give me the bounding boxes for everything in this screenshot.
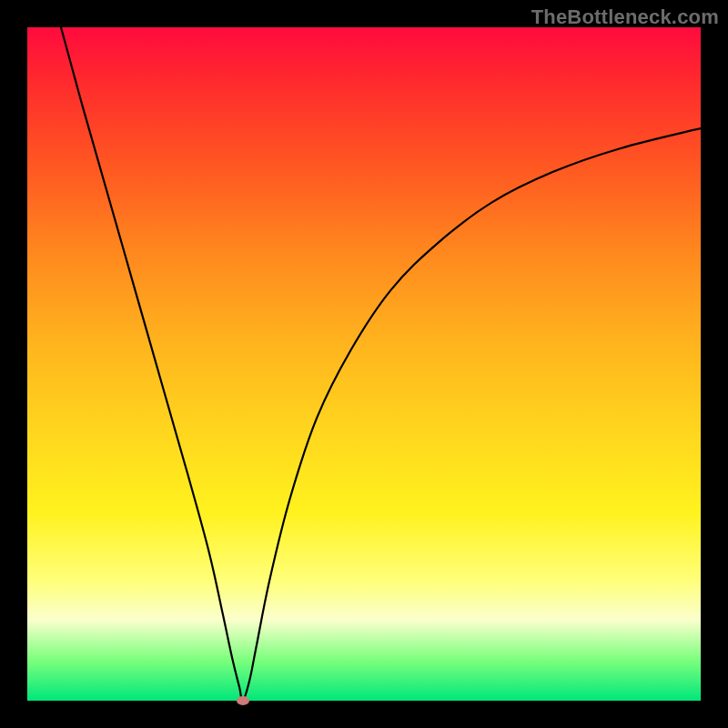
curve-svg <box>27 27 701 701</box>
watermark-text: TheBottleneck.com <box>531 5 719 29</box>
minimum-marker <box>237 696 249 705</box>
chart-stage: TheBottleneck.com <box>0 0 728 728</box>
plot-area <box>27 27 701 701</box>
bottleneck-curve-path <box>61 27 701 701</box>
